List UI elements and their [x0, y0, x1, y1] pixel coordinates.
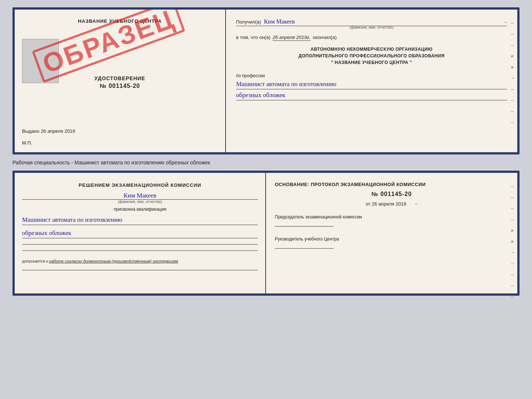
vydano-date: 26 апреля 2019	[41, 128, 75, 134]
predsedatel-signature-line	[275, 226, 334, 227]
vtom-date: 26 апреля 2019г.	[273, 35, 310, 41]
bottom-name: Ким Макеев	[22, 192, 258, 200]
fio-hint-bottom: (фамилия, имя, отчество)	[22, 200, 258, 204]
rukovoditel-signature-line	[275, 248, 334, 249]
poluchil-label: Получил(а)	[236, 19, 261, 25]
top-left-panel: НАЗВАНИЕ УЧЕБНОГО ЦЕНТРА УДОСТОВЕРЕНИЕ №…	[15, 10, 226, 152]
ot-dash: –	[415, 201, 417, 207]
vydano-row: Выдано 26 апреля 2019	[22, 128, 75, 134]
top-right-panel: Получил(а) Ким Макеев – (фамилия, имя, о…	[226, 10, 517, 152]
bottom-right-panel: Основание: протокол экзаменационной коми…	[266, 173, 517, 293]
udostoverenie-number: № 001145-20	[100, 83, 140, 89]
dash-top: –	[504, 19, 507, 25]
fio-hint-top: (фамилия, имя, отчество)	[236, 25, 507, 29]
protocol-number: № 001145-20	[275, 191, 508, 197]
ot-date-value: 26 апреля 2019	[372, 201, 406, 207]
profession-line2-bottom: обрезных обложек	[22, 228, 258, 238]
top-document: НАЗВАНИЕ УЧЕБНОГО ЦЕНТРА УДОСТОВЕРЕНИЕ №…	[12, 7, 520, 154]
ot-date-block: от 26 апреля 2019 –	[275, 201, 508, 207]
profession-line1-bottom: Машинист автомата по изготовлению	[22, 215, 258, 225]
resheniem-title: Решением экзаменационной комиссии	[22, 182, 258, 189]
bottom-left-panel: Решением экзаменационной комиссии Ким Ма…	[15, 173, 266, 293]
right-side-dashes: – – – и а ← – – – –	[511, 21, 515, 124]
vtom-prefix: в том, что он(а)	[236, 35, 270, 40]
po-professii-label: по профессии	[236, 73, 507, 78]
org-line2: ДОПОЛНИТЕЛЬНОГО ПРОФЕССИОНАЛЬНОГО ОБРАЗО…	[236, 53, 507, 59]
blank-line-2	[22, 250, 258, 251]
bottom-document: Решением экзаменационной комиссии Ким Ма…	[12, 171, 520, 296]
profession-line2-top: обрезных обложек	[236, 90, 507, 100]
right-side-dashes-bottom: – – – – и а ← – – – –	[511, 184, 515, 299]
poluchil-row: Получил(а) Ким Макеев –	[236, 18, 507, 26]
dopuskaetsya-text: работе согласно должностным (производств…	[49, 259, 178, 263]
mp-label: М.П.	[22, 140, 32, 146]
ot-label: от	[366, 201, 371, 207]
middle-text: Рабочая специальность - Машинист автомат…	[12, 158, 520, 167]
school-name-top: НАЗВАНИЕ УЧЕБНОГО ЦЕНТРА	[78, 18, 162, 24]
vtom-row: в том, что он(а) 26 апреля 2019г. окончи…	[236, 35, 507, 41]
udostoverenie-label: УДОСТОВЕРЕНИЕ	[94, 75, 145, 81]
vydano-label: Выдано	[22, 128, 39, 134]
school-name-right: " НАЗВАНИЕ УЧЕБНОГО ЦЕНТРА "	[236, 59, 507, 66]
osnovanie-title: Основание: протокол экзаменационной коми…	[275, 182, 508, 187]
okoncil-label: окончил(а)	[313, 35, 337, 40]
org-line1: АВТОНОМНУЮ НЕКОММЕРЧЕСКУЮ ОРГАНИЗАЦИЮ	[236, 46, 507, 53]
photo-placeholder	[22, 39, 59, 83]
prisvоена-label: присвоена квалификация	[22, 207, 258, 212]
dopuskaetsya-prefix: допускается к	[22, 259, 48, 263]
rukovoditel-label: Руководитель учебного Центра	[275, 236, 508, 242]
blank-line-3	[22, 270, 258, 270]
profession-line1-top: Машинист автомата по изготовлению	[236, 79, 507, 89]
poluchil-name: Ким Макеев	[264, 18, 498, 25]
blank-line-1	[22, 244, 258, 245]
org-block: АВТОНОМНУЮ НЕКОММЕРЧЕСКУЮ ОРГАНИЗАЦИЮ ДО…	[236, 46, 507, 66]
predsedatel-label: Председатель экзаменационной комиссии	[275, 214, 508, 220]
document-wrapper: НАЗВАНИЕ УЧЕБНОГО ЦЕНТРА УДОСТОВЕРЕНИЕ №…	[12, 7, 520, 296]
dopuskaetsya-block: допускается к работе согласно должностны…	[22, 258, 258, 264]
